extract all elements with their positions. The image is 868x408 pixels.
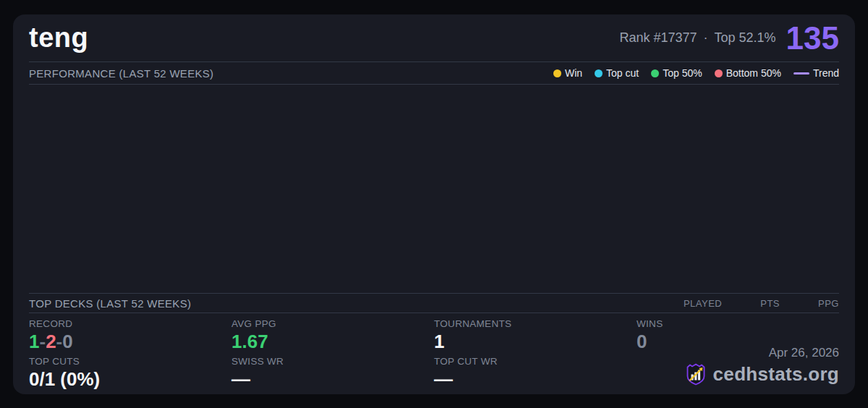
top-percent-text: Top 52.1% [715, 30, 776, 46]
report-date: Apr 26, 2026 [769, 346, 839, 360]
top-cuts-value: 0/1 (0%) [29, 369, 231, 391]
player-stats-card: teng Rank #17377 · Top 52.1% 135 PERFORM… [13, 14, 855, 394]
stat-top-cuts: TOP CUTS 0/1 (0%) [29, 356, 231, 394]
performance-chart-area [29, 85, 839, 294]
stat-label: SWISS WR [231, 356, 434, 367]
record-separator: - [56, 331, 63, 352]
tournaments-value: 1 [434, 331, 637, 353]
legend-label: Trend [813, 67, 839, 79]
top-cut-wr-value: — [434, 369, 637, 391]
shield-bar-chart-logo-icon [684, 362, 707, 386]
record-separator: - [39, 331, 46, 352]
record-wins: 1 [29, 331, 39, 352]
legend-label: Top 50% [663, 67, 702, 79]
brand: cedhstats.org [684, 362, 839, 386]
stat-top-cut-wr: TOP CUT WR — [434, 356, 637, 394]
bottom-50-dot-icon [715, 69, 723, 77]
stat-label: AVG PPG [231, 318, 434, 329]
avg-ppg-value: 1.67 [231, 331, 434, 353]
stat-tournaments: TOURNAMENTS 1 [434, 318, 637, 356]
legend-label: Win [565, 67, 582, 79]
performance-section-row: PERFORMANCE (LAST 52 WEEKS) Win Top cut … [29, 62, 839, 85]
chart-legend: Win Top cut Top 50% Bottom 50% Trend [553, 67, 839, 79]
stat-label: TOP CUTS [29, 356, 231, 367]
top-decks-columns: PLAYED PTS PPG [684, 298, 839, 309]
stat-label: RECORD [29, 318, 231, 329]
rank-separator-dot: · [704, 30, 708, 46]
legend-item-bottom-50: Bottom 50% [715, 67, 781, 79]
card-header: teng Rank #17377 · Top 52.1% 135 [29, 14, 839, 62]
stat-avg-ppg: AVG PPG 1.67 [231, 318, 434, 356]
stat-record: RECORD 1-2-0 [29, 318, 231, 356]
rank-line: Rank #17377 · Top 52.1% [619, 30, 775, 46]
column-header-played: PLAYED [684, 298, 722, 309]
performance-title: PERFORMANCE (LAST 52 WEEKS) [29, 67, 213, 80]
column-header-ppg: PPG [818, 298, 839, 309]
legend-item-top-50: Top 50% [651, 67, 702, 79]
column-header-pts: PTS [760, 298, 780, 309]
points-value: 135 [786, 22, 839, 54]
record-value: 1-2-0 [29, 331, 231, 353]
card-footer: Apr 26, 2026 cedhstats.org [684, 346, 839, 386]
top-decks-title: TOP DECKS (LAST 52 WEEKS) [29, 297, 191, 310]
stat-label: WINS [637, 318, 839, 329]
swiss-wr-value: — [231, 369, 434, 391]
header-right: Rank #17377 · Top 52.1% 135 [619, 22, 839, 54]
stat-label: TOP CUT WR [434, 356, 637, 367]
record-losses: 2 [46, 331, 56, 352]
stat-swiss-wr: SWISS WR — [231, 356, 434, 394]
rank-text: Rank #17377 [619, 30, 697, 46]
stat-label: TOURNAMENTS [434, 318, 637, 329]
player-name: teng [29, 22, 88, 54]
top-decks-section-row: TOP DECKS (LAST 52 WEEKS) PLAYED PTS PPG [29, 294, 839, 313]
top-cut-dot-icon [595, 69, 603, 77]
legend-label: Bottom 50% [726, 67, 781, 79]
record-draws: 0 [62, 331, 72, 352]
legend-item-top-cut: Top cut [595, 67, 639, 79]
legend-item-win: Win [553, 67, 582, 79]
top-50-dot-icon [651, 69, 659, 77]
legend-label: Top cut [606, 67, 639, 79]
win-dot-icon [553, 69, 561, 77]
legend-item-trend: Trend [793, 67, 839, 79]
brand-text: cedhstats.org [713, 363, 839, 386]
trend-line-icon [793, 72, 809, 75]
